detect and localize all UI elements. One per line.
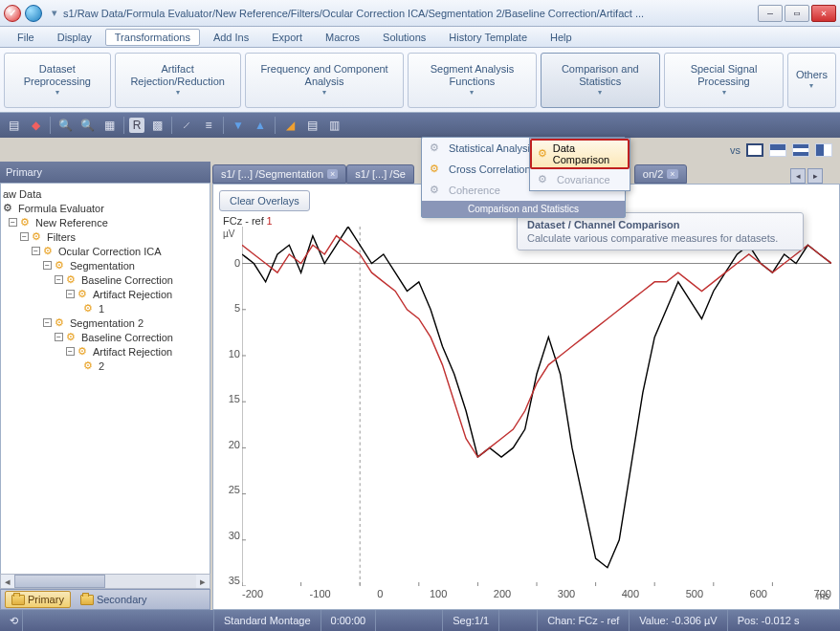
- tree-node[interactable]: −⚙Baseline Correction: [3, 272, 208, 287]
- tab-label: s1/ [...] /Segmentation: [221, 168, 323, 180]
- gear-icon: ⚙: [77, 288, 90, 300]
- tree-node[interactable]: aw Data: [3, 187, 208, 201]
- menubar: File Display Transformations Add Ins Exp…: [0, 27, 840, 48]
- collapse-icon[interactable]: −: [66, 290, 75, 298]
- gear-icon: ⚙: [43, 245, 55, 257]
- menu-macros[interactable]: Macros: [316, 29, 369, 46]
- collapse-icon[interactable]: −: [32, 247, 40, 255]
- collapse-icon[interactable]: −: [43, 318, 52, 327]
- menu-display[interactable]: Display: [48, 29, 101, 46]
- tree-label: 1: [99, 303, 104, 315]
- tab-scroll-right[interactable]: ▸: [807, 168, 823, 184]
- tree-scrollbar[interactable]: ◂ ▸: [0, 574, 210, 589]
- tab-2[interactable]: s1/ [...] /Se: [346, 164, 414, 184]
- menu-solutions[interactable]: Solutions: [373, 29, 435, 46]
- tree-node[interactable]: ⚙1: [3, 301, 208, 316]
- scrollbar-thumb[interactable]: [14, 575, 105, 588]
- layout-icon-3[interactable]: [792, 143, 809, 157]
- maximize-button[interactable]: ▭: [785, 5, 809, 22]
- menu-transformations[interactable]: Transformations: [105, 29, 200, 46]
- toolbar-icon-7[interactable]: ▩: [147, 116, 166, 135]
- toolbar-icon-9[interactable]: ≡: [199, 116, 218, 135]
- layout-icon-4[interactable]: [815, 143, 832, 157]
- tree-node[interactable]: −⚙Segmentation 2: [3, 316, 208, 330]
- status-channel: Chan: FCz - ref: [538, 610, 630, 631]
- toolbar-icon-8[interactable]: ⟋: [177, 116, 196, 135]
- tooltip: Dataset / Channel Comparison Calculate v…: [517, 212, 804, 250]
- collapse-icon[interactable]: −: [43, 261, 52, 270]
- layout-icon-2[interactable]: [769, 143, 786, 157]
- arrow-up-icon[interactable]: ▲: [251, 116, 270, 135]
- menu-export[interactable]: Export: [262, 29, 312, 46]
- status-icon[interactable]: ⟲: [0, 610, 23, 631]
- menu-addins[interactable]: Add Ins: [204, 29, 258, 46]
- toolbar-icon-5[interactable]: ▦: [99, 116, 119, 135]
- collapse-icon[interactable]: −: [9, 218, 17, 227]
- menu-file[interactable]: File: [8, 29, 44, 46]
- vs-label: vs: [730, 144, 741, 156]
- ribbon-artifact-rejection[interactable]: Artifact Rejection/Reduction▾: [115, 53, 241, 108]
- ribbon-frequency-component[interactable]: Frequency and Component Analysis▾: [245, 53, 405, 108]
- globe-icon[interactable]: [25, 5, 42, 22]
- tree-label: 2: [99, 360, 104, 372]
- x-axis-ticks: -200-1000100200300400500600700: [242, 588, 831, 601]
- tree-label: Formula Evaluator: [18, 203, 104, 214]
- status-value: Value: -0.306 µV: [630, 610, 727, 631]
- tab-close-icon[interactable]: ×: [667, 169, 677, 179]
- zoom-out-icon[interactable]: 🔍: [77, 116, 97, 135]
- folder-icon: [11, 595, 25, 605]
- tree-node[interactable]: −⚙Filters: [3, 229, 208, 244]
- tab-secondary[interactable]: Secondary: [75, 592, 153, 607]
- tab-1[interactable]: s1/ [...] /Segmentation×: [212, 164, 346, 184]
- ribbon-label: Others: [796, 69, 828, 81]
- collapse-icon[interactable]: −: [55, 333, 63, 341]
- close-button[interactable]: ✕: [811, 5, 836, 22]
- gear-icon: ⚙: [538, 147, 549, 161]
- tab-label: Secondary: [97, 594, 147, 605]
- tree-node[interactable]: ⚙Formula Evaluator: [3, 201, 208, 215]
- ribbon-dataset-preprocessing[interactable]: Dataset Preprocessing▾: [4, 53, 111, 108]
- ribbon-segment-analysis[interactable]: Segment Analysis Functions▾: [408, 53, 536, 108]
- menu-history[interactable]: History Template: [439, 29, 537, 46]
- ribbon-comparison-statistics[interactable]: Comparison and Statistics▾: [541, 53, 660, 108]
- collapse-icon[interactable]: −: [20, 232, 29, 241]
- toolbar-icon-2[interactable]: ◆: [26, 116, 45, 135]
- tab-label: on/2: [643, 168, 663, 180]
- tab-primary[interactable]: Primary: [5, 591, 71, 608]
- toolbar-icon-12[interactable]: ◢: [280, 116, 299, 135]
- layout-icon-1[interactable]: [746, 143, 763, 157]
- toolbar-icon-14[interactable]: ▥: [324, 116, 343, 135]
- arrow-down-icon[interactable]: ▼: [229, 116, 248, 135]
- tab-3[interactable]: on/2×: [634, 164, 687, 184]
- ribbon-special-signal[interactable]: Special Signal Processing▾: [664, 53, 784, 108]
- dd-label: Statistical Analysis: [449, 142, 535, 154]
- toolbar-r-icon[interactable]: R: [129, 118, 144, 133]
- tree-node[interactable]: −⚙Artifact Rejection: [3, 344, 208, 359]
- tree-node[interactable]: −⚙Artifact Rejection: [3, 287, 208, 301]
- tree-label: Baseline Correction: [81, 332, 173, 343]
- tree-node[interactable]: −⚙Baseline Correction: [3, 330, 208, 344]
- zoom-icon[interactable]: 🔍: [55, 116, 75, 135]
- collapse-icon[interactable]: −: [55, 275, 63, 284]
- gear-icon: ⚙: [55, 259, 67, 272]
- toolbar-icon-13[interactable]: ▤: [302, 116, 321, 135]
- tree-node[interactable]: −⚙Segmentation: [3, 258, 208, 272]
- folder-icon: [80, 595, 94, 605]
- tab-scroll-left[interactable]: ◂: [790, 168, 806, 184]
- tree-node[interactable]: −⚙New Reference: [3, 215, 208, 229]
- toolbar-icon-1[interactable]: ▤: [4, 116, 23, 135]
- minimize-button[interactable]: —: [758, 5, 783, 22]
- tree-node[interactable]: −⚙Ocular Correction ICA: [3, 244, 208, 258]
- menu-help[interactable]: Help: [541, 29, 582, 46]
- ribbon-others[interactable]: Others▾: [787, 53, 836, 108]
- dropdown-data-comparison[interactable]: ⚙Data Comparison: [530, 139, 630, 169]
- tree-label: aw Data: [3, 188, 41, 200]
- ribbon-label: Comparison and Statistics: [549, 63, 652, 88]
- channel-label: FCz - ref 1: [223, 215, 273, 227]
- clear-overlays-button[interactable]: Clear Overlays: [219, 190, 310, 211]
- dropdown-footer: Comparison and Statistics: [422, 201, 625, 217]
- tree-node[interactable]: ⚙2: [3, 359, 208, 373]
- dataset-tree[interactable]: aw Data ⚙Formula Evaluator −⚙New Referen…: [0, 183, 210, 589]
- collapse-icon[interactable]: −: [66, 347, 75, 356]
- tab-close-icon[interactable]: ×: [327, 169, 338, 179]
